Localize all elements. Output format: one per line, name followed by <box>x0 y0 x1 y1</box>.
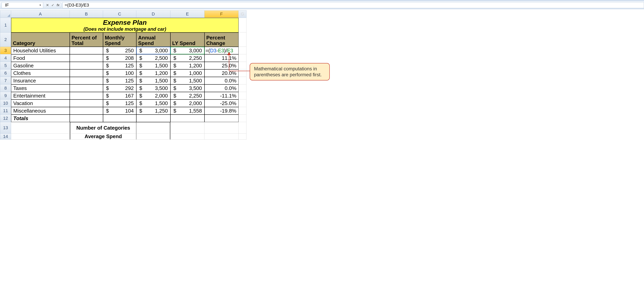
cell-E6[interactable]: $1,000 <box>170 69 204 77</box>
cell-B3[interactable] <box>70 47 103 54</box>
row-header-4[interactable]: 4 <box>0 54 11 62</box>
cancel-icon[interactable]: ✕ <box>46 3 49 7</box>
fx-icon[interactable]: fx <box>57 3 60 7</box>
row-header-8[interactable]: 8 <box>0 84 11 92</box>
cell-C6[interactable]: $100 <box>103 69 136 77</box>
cell-B5[interactable] <box>70 62 103 69</box>
cell-G3[interactable] <box>238 47 246 54</box>
row-header-14[interactable]: 14 <box>0 134 11 140</box>
row-header-7[interactable]: 7 <box>0 77 11 84</box>
row-header-12[interactable]: 12 <box>0 114 11 122</box>
row-header-6[interactable]: 6 <box>0 69 11 77</box>
average-spend-cell[interactable]: Average Spend <box>70 134 136 140</box>
row-header-11[interactable]: 11 <box>0 107 11 114</box>
cell-C10[interactable]: $125 <box>103 100 136 107</box>
cell-G12[interactable] <box>238 114 246 122</box>
cell-D9[interactable]: $2,000 <box>136 92 170 100</box>
cell-A14[interactable] <box>11 134 70 140</box>
cell-C11[interactable]: $104 <box>103 107 136 114</box>
cell-A11[interactable]: Miscellaneous <box>11 107 70 114</box>
row-header-9[interactable]: 9 <box>0 92 11 100</box>
cell-G9[interactable] <box>238 92 246 100</box>
cell-E10[interactable]: $2,000 <box>170 100 204 107</box>
cell-E9[interactable]: $2,250 <box>170 92 204 100</box>
cell-G7[interactable] <box>238 77 246 84</box>
cell-D12[interactable] <box>136 114 170 122</box>
header-category[interactable]: Category <box>11 32 70 47</box>
cell-F11[interactable]: -19.8% <box>204 107 238 114</box>
cell-F6[interactable]: 20.0% <box>204 69 238 77</box>
header-monthly-spend[interactable]: Monthly Spend <box>103 32 136 47</box>
cell-A4[interactable]: Food <box>11 54 70 62</box>
cell-A5[interactable]: Gasoline <box>11 62 70 69</box>
col-header-D[interactable]: D <box>136 10 170 18</box>
row-header-5[interactable]: 5 <box>0 62 11 69</box>
cell-C9[interactable]: $167 <box>103 92 136 100</box>
cell-D13[interactable] <box>136 122 170 134</box>
row-header-13[interactable]: 13 <box>0 122 11 134</box>
col-header-B[interactable]: B <box>70 10 103 18</box>
cell-B6[interactable] <box>70 69 103 77</box>
col-header-E[interactable]: E <box>170 10 204 18</box>
cell-E7[interactable]: $1,500 <box>170 77 204 84</box>
cell-D8[interactable]: $3,500 <box>136 84 170 92</box>
cell-G13[interactable] <box>238 122 246 134</box>
cell-G5[interactable] <box>238 62 246 69</box>
cell-D4[interactable]: $2,500 <box>136 54 170 62</box>
cell-D14[interactable] <box>136 134 170 140</box>
row-header-1[interactable]: 1 <box>0 18 11 32</box>
row-header-3[interactable]: 3 <box>0 47 11 54</box>
cell-G14[interactable] <box>238 134 246 140</box>
cell-B12[interactable] <box>70 114 103 122</box>
cell-B10[interactable] <box>70 100 103 107</box>
col-header-A[interactable]: A <box>11 10 70 18</box>
cell-B9[interactable] <box>70 92 103 100</box>
cell-D7[interactable]: $1,500 <box>136 77 170 84</box>
name-box[interactable]: IF ▼ <box>2 2 43 8</box>
cell-B8[interactable] <box>70 84 103 92</box>
row-header-10[interactable]: 10 <box>0 100 11 107</box>
cell-D10[interactable]: $1,500 <box>136 100 170 107</box>
enter-icon[interactable]: ✓ <box>51 3 54 7</box>
name-box-dropdown-icon[interactable]: ▼ <box>39 4 42 6</box>
cell-F14[interactable] <box>204 134 238 140</box>
cell-G1[interactable] <box>238 18 246 32</box>
formula-input[interactable]: =(D3-E3)/E3 <box>62 2 644 8</box>
cell-F4[interactable]: 11.1% <box>204 54 238 62</box>
cell-A13[interactable] <box>11 122 70 134</box>
cell-E4[interactable]: $2,250 <box>170 54 204 62</box>
cell-A10[interactable]: Vacation <box>11 100 70 107</box>
cell-C5[interactable]: $125 <box>103 62 136 69</box>
cell-E5[interactable]: $1,200 <box>170 62 204 69</box>
select-all-corner[interactable] <box>0 10 11 18</box>
cell-F13[interactable] <box>204 122 238 134</box>
cell-F5[interactable]: 25.0% <box>204 62 238 69</box>
cell-B4[interactable] <box>70 54 103 62</box>
col-header-C[interactable]: C <box>103 10 136 18</box>
header-ly-spend[interactable]: LY Spend <box>170 32 204 47</box>
header-percent-change[interactable]: Percent Change <box>204 32 238 47</box>
cell-G2[interactable] <box>238 32 246 47</box>
cell-E12[interactable] <box>170 114 204 122</box>
cell-G11[interactable] <box>238 107 246 114</box>
cell-B11[interactable] <box>70 107 103 114</box>
cell-F8[interactable]: 0.0% <box>204 84 238 92</box>
cell-D6[interactable]: $1,200 <box>136 69 170 77</box>
cell-E13[interactable] <box>170 122 204 134</box>
cell-D3[interactable]: $3,000 <box>136 47 170 54</box>
cell-A9[interactable]: Entertainment <box>11 92 70 100</box>
cell-G6[interactable] <box>238 69 246 77</box>
number-of-categories-cell[interactable]: Number of Categories <box>70 122 136 134</box>
col-header-F[interactable]: F <box>204 10 238 18</box>
cell-G10[interactable] <box>238 100 246 107</box>
cell-E8[interactable]: $3,500 <box>170 84 204 92</box>
header-percent-total[interactable]: Percent of Total <box>70 32 103 47</box>
totals-label-cell[interactable]: Totals <box>11 114 70 122</box>
header-annual-spend[interactable]: Annual Spend <box>136 32 170 47</box>
cell-B7[interactable] <box>70 77 103 84</box>
cell-D11[interactable]: $1,250 <box>136 107 170 114</box>
cell-A8[interactable]: Taxes <box>11 84 70 92</box>
cell-E11[interactable]: $1,558 <box>170 107 204 114</box>
cell-C4[interactable]: $208 <box>103 54 136 62</box>
cell-C7[interactable]: $125 <box>103 77 136 84</box>
